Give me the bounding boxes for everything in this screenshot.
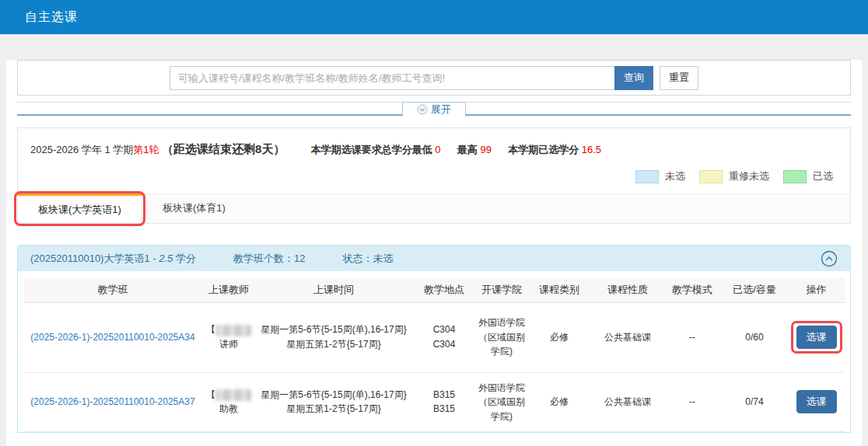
tab-english-block[interactable]: 板块课(大学英语1) bbox=[18, 193, 142, 223]
col-teacher: 上课教师 bbox=[201, 278, 256, 302]
legend-retake-swatch bbox=[699, 170, 723, 183]
col-class: 教学班 bbox=[24, 278, 201, 302]
reset-button[interactable]: 重置 bbox=[660, 66, 698, 90]
tab-pe-label: 板块课(体育1) bbox=[163, 201, 226, 215]
class-id-link[interactable]: (2025-2026-1)-202520110010-2025A34 bbox=[30, 332, 194, 343]
time-cell: 星期一第5-6节{5-15周(单),16-17周} 星期五第1-2节{5-17周… bbox=[256, 302, 411, 372]
expand-strip: 展开 bbox=[17, 102, 851, 116]
nature-cell: 公共基础课 bbox=[592, 302, 663, 372]
course-header[interactable]: (202520110010)大学英语1 - 2.5 学分 教学班个数：12 状态… bbox=[18, 246, 850, 271]
mode-cell: -- bbox=[663, 372, 721, 432]
class-count: 教学班个数：12 bbox=[233, 252, 305, 266]
category-cell: 必修 bbox=[527, 372, 592, 432]
college-cell: 外国语学院（区域国别学院) bbox=[477, 302, 527, 372]
class-id-link[interactable]: (2025-2026-1)-202520110010-2025A37 bbox=[30, 396, 194, 407]
top-navbar: 自主选课 bbox=[0, 0, 868, 34]
selected-credits-value: 16.5 bbox=[582, 144, 601, 155]
deadline-note: （距选课结束还剩8天） bbox=[162, 142, 285, 155]
teacher-cell: 【 助教 bbox=[201, 372, 256, 432]
col-capacity: 已选/容量 bbox=[721, 278, 788, 302]
course-title: (202520110010)大学英语1 - 2.5 学分 bbox=[30, 252, 196, 266]
college-cell: 外国语学院（区域国别学院) bbox=[477, 372, 527, 432]
status-legend: 未选 重修未选 已选 bbox=[18, 157, 850, 183]
col-mode: 教学模式 bbox=[663, 278, 721, 302]
collapse-toggle[interactable] bbox=[821, 250, 838, 267]
semester-info-panel: 2025-2026 学年 1 学期第1轮 （距选课结束还剩8天） 本学期选课要求… bbox=[17, 127, 851, 224]
class-row-2025A37: (2025-2026-1)-202520110010-2025A37 【 助教 … bbox=[24, 372, 845, 432]
action-cell: 选课 bbox=[788, 372, 845, 432]
legend-unselected: 未选 bbox=[635, 169, 685, 183]
capacity-cell: 0/74 bbox=[721, 372, 788, 432]
category-cell: 必修 bbox=[527, 302, 592, 372]
page-title: 自主选课 bbox=[25, 9, 78, 26]
col-action: 操作 bbox=[788, 278, 845, 302]
course-credits: 2.5 bbox=[159, 253, 173, 264]
red-highlight-box-select: 选课 bbox=[791, 321, 842, 354]
course-body: 教学班 上课教师 上课时间 教学地点 开课学院 课程类别 课程性质 教学模式 已… bbox=[18, 271, 850, 432]
location-cell: C304 C304 bbox=[411, 302, 477, 372]
teacher-title: 助教 bbox=[203, 402, 254, 416]
main-card: 查询 重置 展开 2025-2026 学年 1 学期第1轮 （距选课结束还剩8天… bbox=[6, 60, 862, 446]
expand-label: 展开 bbox=[431, 103, 451, 117]
action-cell: 选课 bbox=[788, 302, 845, 372]
query-button[interactable]: 查询 bbox=[614, 66, 653, 90]
col-location: 教学地点 bbox=[411, 278, 477, 302]
teacher-name-redacted bbox=[215, 325, 251, 336]
course-panel: (202520110010)大学英语1 - 2.5 学分 教学班个数：12 状态… bbox=[17, 245, 851, 433]
credit-max-value: 99 bbox=[480, 144, 491, 155]
teacher-cell: 【 讲师 bbox=[201, 302, 256, 372]
select-course-button[interactable]: 选课 bbox=[796, 326, 837, 349]
credit-min-value: 0 bbox=[435, 144, 440, 155]
legend-selected: 已选 bbox=[783, 169, 833, 183]
semester-term: 2025-2026 学年 1 学期 bbox=[30, 144, 133, 155]
tab-english-label: 板块课(大学英语1) bbox=[38, 203, 121, 217]
selected-credits-label: 本学期已选学分 bbox=[508, 144, 579, 155]
credit-max-label: 最高 bbox=[457, 144, 478, 155]
mode-cell: -- bbox=[663, 302, 721, 372]
teacher-name-redacted bbox=[215, 389, 251, 401]
course-block-tabbar: 板块课(大学英语1) 板块课(体育1) bbox=[18, 193, 850, 223]
class-table: 教学班 上课教师 上课时间 教学地点 开课学院 课程类别 课程性质 教学模式 已… bbox=[24, 278, 845, 432]
credit-req-label: 本学期选课要求总学分最低 bbox=[311, 144, 432, 155]
search-input[interactable] bbox=[170, 66, 614, 90]
course-status: 状态：未选 bbox=[342, 252, 393, 266]
col-college: 开课学院 bbox=[477, 278, 527, 302]
tab-pe-block[interactable]: 板块课(体育1) bbox=[142, 193, 246, 223]
chevron-down-circle-icon bbox=[417, 104, 428, 115]
capacity-cell: 0/60 bbox=[721, 302, 788, 372]
time-cell: 星期一第5-6节{5-15周(单),16-17周} 星期五第1-2节{5-17周… bbox=[256, 372, 411, 432]
legend-unselected-swatch bbox=[635, 170, 659, 183]
legend-retake-unselected: 重修未选 bbox=[699, 169, 769, 183]
semester-round: 第1轮 bbox=[133, 144, 159, 155]
teacher-title: 讲师 bbox=[203, 337, 254, 352]
select-course-button[interactable]: 选课 bbox=[796, 390, 837, 413]
semester-line: 2025-2026 学年 1 学期第1轮 （距选课结束还剩8天） 本学期选课要求… bbox=[18, 128, 850, 157]
location-cell: B315 B315 bbox=[411, 372, 477, 432]
table-header-row: 教学班 上课教师 上课时间 教学地点 开课学院 课程类别 课程性质 教学模式 已… bbox=[24, 278, 845, 302]
legend-selected-swatch bbox=[783, 170, 807, 183]
expand-toggle[interactable]: 展开 bbox=[402, 102, 466, 117]
nature-cell: 公共基础课 bbox=[592, 372, 663, 432]
chevron-up-circle-icon bbox=[821, 250, 838, 267]
col-category: 课程类别 bbox=[527, 278, 592, 302]
col-time: 上课时间 bbox=[256, 278, 411, 302]
col-nature: 课程性质 bbox=[592, 278, 663, 302]
class-row-2025A34: (2025-2026-1)-202520110010-2025A34 【 讲师 … bbox=[24, 302, 845, 372]
search-panel: 查询 重置 bbox=[17, 60, 851, 96]
